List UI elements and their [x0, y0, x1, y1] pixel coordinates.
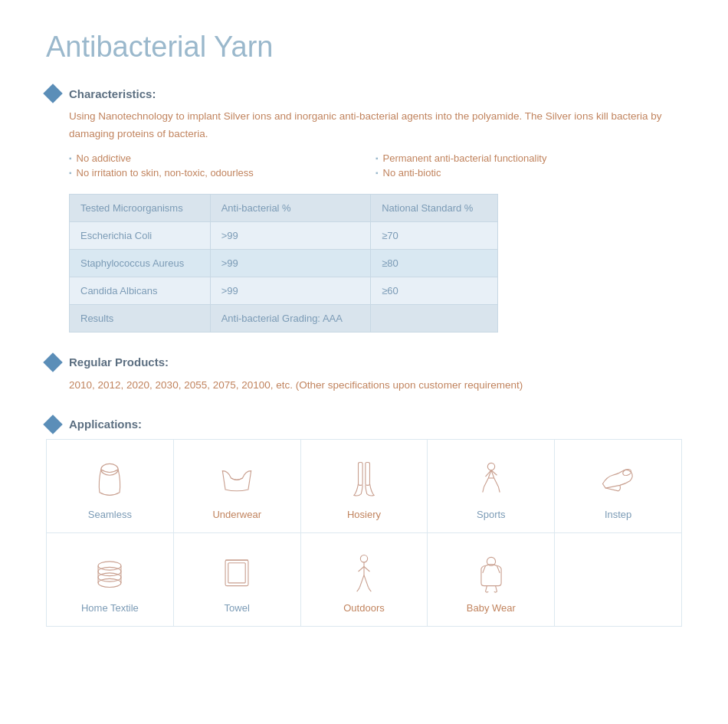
app-instep: Instep	[555, 440, 681, 532]
table-cell-results-empty	[371, 304, 498, 332]
page-title: Antibacterial Yarn	[46, 31, 682, 64]
table-cell-results-label: Results	[70, 304, 211, 332]
feature-item-2: Permanent anti-bacterial functionality	[375, 152, 682, 164]
apps-row-1: Seamless Underwear	[47, 440, 681, 533]
app-home-textile: Home Textile	[47, 533, 174, 626]
table-cell: Escherichia Coli	[70, 221, 211, 249]
outdoors-label: Outdoors	[343, 602, 384, 614]
characteristics-section: Characteristics: Using Nanotechnology to…	[46, 87, 682, 333]
svg-point-3	[487, 463, 494, 470]
app-sports: Sports	[428, 440, 555, 532]
underwear-icon	[214, 455, 260, 501]
seamless-icon	[87, 455, 133, 501]
regular-products-title: Regular Products:	[69, 355, 169, 369]
svg-point-8	[98, 578, 121, 587]
diamond-icon	[43, 84, 62, 103]
diamond-icon-3	[43, 414, 62, 434]
baby-wear-label: Baby Wear	[467, 602, 516, 614]
towel-icon	[214, 549, 260, 595]
characteristics-description: Using Nanotechnology to implant Silver i…	[69, 108, 682, 143]
table-header-microorganisms: Tested Microorganisms	[70, 194, 211, 221]
outdoors-icon	[341, 549, 387, 595]
svg-rect-2	[366, 462, 370, 485]
feature-item-4: No anti-biotic	[375, 167, 682, 179]
table-header-antibacterial: Anti-bacterial %	[210, 194, 370, 221]
table-row-results: Results Anti-bacterial Grading: AAA	[70, 304, 498, 332]
antibacterial-table: Tested Microorganisms Anti-bacterial % N…	[69, 194, 498, 333]
underwear-label: Underwear	[212, 509, 261, 520]
table-row: Staphylococcus Aureus >99 ≥80	[70, 249, 498, 277]
feature-item-3: No irritation to skin, non-toxic, odourl…	[69, 167, 375, 179]
table-cell: ≥70	[371, 221, 498, 249]
app-underwear: Underwear	[174, 440, 301, 532]
towel-label: Towel	[225, 602, 250, 614]
diamond-icon-2	[43, 352, 62, 372]
applications-section: Applications: Seamless	[46, 418, 682, 627]
svg-rect-1	[359, 462, 363, 485]
features-grid: No addictive Permanent anti-bacterial fu…	[69, 152, 682, 179]
table-cell: >99	[210, 277, 370, 304]
products-note: (Other specifications upon customer requ…	[296, 379, 523, 391]
table-cell-results-value: Anti-bacterial Grading: AAA	[210, 304, 370, 332]
table-row: Escherichia Coli >99 ≥70	[70, 221, 498, 249]
app-hosiery: Hosiery	[301, 440, 428, 532]
hosiery-icon	[341, 455, 387, 501]
svg-point-14	[360, 555, 367, 562]
applications-grid: Seamless Underwear	[46, 439, 682, 627]
svg-rect-12	[228, 563, 245, 583]
home-textile-icon	[87, 549, 133, 595]
hosiery-label: Hosiery	[347, 509, 381, 520]
feature-item-1: No addictive	[69, 152, 375, 164]
characteristics-title: Characteristics:	[69, 87, 156, 100]
instep-icon	[595, 455, 641, 501]
app-outdoors: Outdoors	[301, 533, 428, 626]
app-seamless: Seamless	[47, 440, 174, 532]
app-baby-wear: Baby Wear	[428, 533, 555, 626]
table-cell: >99	[210, 249, 370, 277]
svg-rect-11	[225, 560, 248, 586]
apps-row-2: Home Textile Towel	[47, 533, 681, 626]
sports-label: Sports	[477, 509, 506, 520]
sports-icon	[468, 455, 514, 501]
home-textile-label: Home Textile	[81, 602, 139, 614]
applications-title: Applications:	[69, 418, 142, 431]
regular-products-section: Regular Products: 2010, 2012, 2020, 2030…	[46, 355, 682, 395]
table-cell: Candida Albicans	[70, 277, 211, 304]
table-cell: Staphylococcus Aureus	[70, 249, 211, 277]
svg-point-4	[621, 468, 631, 477]
table-header-national: National Standard %	[371, 194, 498, 221]
table-cell: >99	[210, 221, 370, 249]
regular-products-text: 2010, 2012, 2020, 2030, 2055, 2075, 2010…	[69, 377, 682, 395]
table-cell: ≥80	[371, 249, 498, 277]
table-cell: ≥60	[371, 277, 498, 304]
svg-point-0	[101, 464, 118, 475]
products-list: 2010, 2012, 2020, 2030, 2055, 2075, 2010…	[69, 379, 293, 391]
seamless-label: Seamless	[88, 509, 132, 520]
table-row: Candida Albicans >99 ≥60	[70, 277, 498, 304]
app-towel: Towel	[174, 533, 301, 626]
baby-wear-icon	[468, 549, 514, 595]
instep-label: Instep	[605, 509, 631, 520]
